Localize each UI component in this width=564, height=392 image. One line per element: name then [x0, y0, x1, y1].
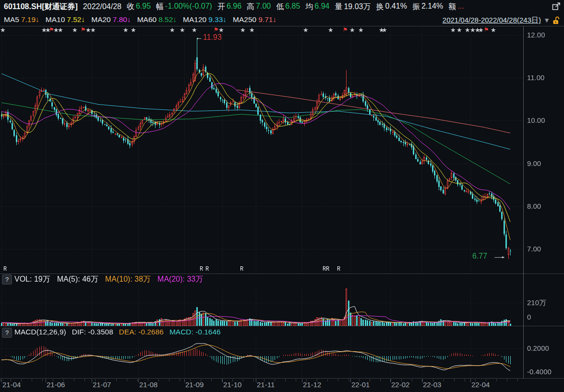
month-label: 21-10	[223, 380, 241, 389]
quote-field-幅: 幅-1.00%(-0.07)	[156, 2, 212, 12]
macd-help-button[interactable]: ?	[2, 328, 12, 338]
ma-value: 7.80↓	[113, 15, 131, 24]
field-value: 0.41%	[385, 2, 407, 12]
field-label: 量	[335, 2, 342, 12]
chevron-down-icon[interactable]: ▼	[543, 16, 550, 24]
month-label: 22-04	[471, 380, 490, 389]
field-value: ...	[457, 2, 464, 12]
high-price-annotation: ←11.93	[195, 33, 222, 42]
ma-label: MA120	[183, 15, 206, 24]
stock-chart-window: 601108.SH[财通证券] 2022/04/28 收6.95幅-1.00%(…	[0, 0, 564, 392]
date-range-link[interactable]: 2021/04/28-2022/04/28(243日)	[443, 16, 541, 25]
event-star-marker[interactable]: ★	[218, 26, 224, 34]
event-star-marker[interactable]: ★	[349, 26, 355, 34]
event-star-marker[interactable]: ★	[491, 26, 496, 34]
ma-indicator-MA60: MA608.52↓	[137, 15, 177, 24]
event-star-marker[interactable]: ★	[72, 26, 78, 34]
event-star-marker[interactable]: ★	[90, 26, 96, 34]
price-volume-macd-canvas[interactable]	[0, 26, 564, 379]
ma-label: MA60	[137, 15, 157, 24]
dividend-r-marker[interactable]: R	[205, 266, 209, 273]
field-label: 收	[127, 2, 134, 12]
event-star-marker[interactable]: ★	[180, 26, 185, 34]
dividend-r-marker[interactable]: R	[200, 266, 203, 273]
event-star-marker[interactable]: ★	[328, 26, 334, 34]
event-flag-marker[interactable]: ⚑	[81, 26, 86, 33]
event-star-marker[interactable]: ★	[169, 26, 175, 34]
month-label: 21-07	[93, 380, 111, 389]
quote-field-振: 振2.14%	[412, 2, 443, 12]
dividend-r-marker[interactable]: R	[3, 266, 7, 273]
event-star-marker[interactable]: ★	[303, 26, 309, 34]
high-price-label: 11.93	[203, 33, 222, 41]
month-label: 21-08	[139, 380, 157, 389]
axis-tick-label: -0.4000	[527, 368, 552, 376]
event-star-marker[interactable]: ★	[450, 26, 456, 34]
popout-icon[interactable]	[552, 1, 562, 13]
ma-label: MA10	[46, 15, 65, 24]
event-star-marker[interactable]: ★	[131, 26, 136, 34]
ma-value: 7.19↓	[21, 15, 39, 24]
indicator-value: MACD(12,26,9)	[14, 328, 66, 336]
month-label: 21-12	[303, 380, 321, 389]
month-tick	[422, 379, 422, 382]
indicator-value: DIF: -0.3508	[72, 328, 113, 336]
month-tick	[138, 379, 139, 382]
event-star-marker[interactable]: ★	[240, 26, 246, 34]
quote-field-均: 均6.94	[305, 2, 329, 12]
axis-tick-label: 8.00	[527, 202, 541, 210]
ma-value: 9.33↓	[208, 15, 227, 24]
ma-label: MA5	[4, 15, 19, 24]
field-value: 6.95	[136, 2, 151, 12]
event-star-marker[interactable]: ★	[382, 26, 387, 34]
event-star-marker[interactable]: ★	[123, 26, 129, 34]
stock-symbol[interactable]: 601108.SH[财通证券]	[4, 2, 78, 12]
month-label: 22-02	[391, 380, 409, 389]
event-flag-marker[interactable]: ⚑	[343, 26, 348, 33]
field-label: 高	[247, 2, 254, 12]
axis-tick-label: 0.2000	[527, 344, 549, 352]
month-label: 22-01	[351, 380, 370, 389]
month-tick	[256, 379, 256, 382]
ma-value: 9.71↓	[258, 15, 276, 24]
event-flag-marker[interactable]: ⚑	[49, 26, 54, 33]
indicator-value: MA(10): 38万	[105, 274, 151, 285]
field-value: 7.00	[256, 2, 271, 12]
quote-field-低: 低6.85	[276, 2, 300, 12]
quote-field-量: 量19.03万	[335, 2, 371, 12]
dividend-r-marker[interactable]: R	[326, 266, 329, 273]
month-tick	[1, 379, 2, 382]
field-value: 6.94	[314, 2, 329, 12]
low-price-annotation: 6.77→	[472, 252, 504, 261]
indicator-value: MACD: -0.1646	[169, 328, 221, 336]
event-star-marker[interactable]: ★	[0, 26, 6, 34]
event-star-marker[interactable]: ★	[465, 26, 470, 34]
ma-value: 8.52↓	[158, 15, 177, 24]
event-star-marker[interactable]: ★	[456, 26, 462, 34]
field-label: 振	[412, 2, 420, 12]
month-tick	[302, 379, 302, 382]
field-label: 额	[448, 2, 456, 12]
event-star-marker[interactable]: ★	[249, 26, 255, 34]
dividend-r-marker[interactable]: R	[337, 266, 340, 273]
event-star-marker[interactable]: ★	[192, 26, 197, 34]
dividend-r-marker[interactable]: R	[240, 266, 243, 273]
event-flag-marker[interactable]: ⚑	[484, 26, 489, 33]
axis-tick-label: 9.00	[527, 159, 541, 167]
event-star-marker[interactable]: ★	[58, 26, 63, 34]
month-label: 21-06	[47, 380, 65, 389]
field-value: 6.85	[285, 2, 300, 12]
ma-indicator-MA20: MA207.80↓	[91, 15, 131, 24]
month-label: 22-03	[423, 380, 441, 389]
unlock-icon[interactable]	[552, 16, 560, 27]
axis-tick-label: 7.00	[527, 245, 541, 253]
axis-tick-label: 210万	[527, 298, 546, 308]
axis-tick-label: 0	[527, 313, 531, 321]
low-price-label: 6.77	[472, 252, 487, 260]
field-value: -1.00%(-0.07)	[165, 2, 212, 12]
event-star-marker[interactable]: ★	[478, 26, 484, 34]
event-flag-marker[interactable]: ⚑	[214, 26, 219, 33]
event-star-marker[interactable]: ★	[358, 26, 364, 34]
left-arrow-icon: ←	[195, 33, 203, 42]
vol-help-button[interactable]: ?	[2, 274, 12, 285]
